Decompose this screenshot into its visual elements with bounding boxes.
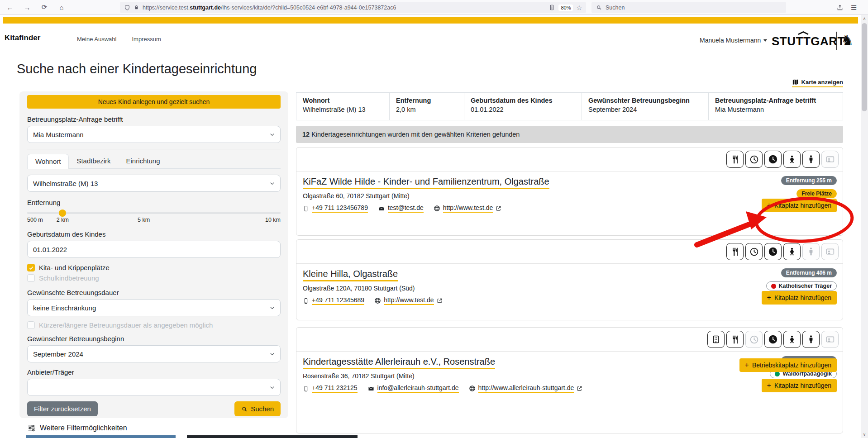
start-label: Gewünschter Betreuungsbeginn bbox=[27, 335, 281, 343]
reset-filters-button[interactable]: Filter zurücksetzen bbox=[27, 401, 98, 416]
reader-mode-icon[interactable] bbox=[548, 4, 555, 11]
provider-badge-label: Katholischer Träger bbox=[779, 283, 832, 289]
more-filters-link[interactable]: Weitere Filtermöglichkeiten bbox=[27, 424, 127, 433]
free-places-badge: Freie Plätze bbox=[796, 189, 837, 198]
home-button[interactable]: ⌂ bbox=[56, 2, 67, 13]
url-bar[interactable]: https://service.test.stuttgart.de/lhs-se… bbox=[120, 2, 586, 13]
person-icon-button[interactable] bbox=[802, 151, 820, 168]
website-link[interactable]: http://www.allerleirauh-stuttgart.de bbox=[469, 384, 583, 393]
hamburger-menu-icon[interactable]: ☰ bbox=[851, 4, 857, 12]
scrollbar[interactable]: ∧ ∨ bbox=[861, 15, 868, 438]
chevron-down-icon bbox=[269, 131, 276, 138]
lock-icon[interactable] bbox=[134, 5, 139, 10]
add-kitaplatz-button[interactable]: + Kitaplatz hinzufügen bbox=[762, 291, 837, 305]
request-select[interactable]: Mia Mustermann bbox=[27, 126, 281, 143]
duration-select[interactable]: keine Einschränkung bbox=[27, 299, 281, 316]
nav-item-meine-auswahl[interactable]: Meine Auswahl bbox=[77, 36, 116, 43]
back-button[interactable]: ← bbox=[5, 2, 15, 13]
shield-icon[interactable] bbox=[124, 5, 130, 11]
forward-button[interactable]: → bbox=[22, 2, 33, 13]
tab-stadtbezirk[interactable]: Stadtbezirk bbox=[69, 154, 118, 168]
phone-link[interactable]: +49 711 12345689 bbox=[303, 296, 364, 305]
reload-button[interactable]: ⟳ bbox=[39, 2, 50, 13]
external-link-icon bbox=[577, 386, 582, 391]
clock-outline-icon-button[interactable] bbox=[745, 151, 763, 168]
card-icon-bar bbox=[296, 148, 843, 171]
address-select[interactable]: Wilhelmstraße (M) 13 bbox=[27, 175, 281, 192]
start-select[interactable]: September 2024 bbox=[27, 345, 281, 362]
website-link[interactable]: http://www.test.de bbox=[374, 296, 443, 305]
email-text: test@test.de bbox=[388, 204, 424, 213]
presentation-screen-icon-button bbox=[821, 243, 839, 260]
nav-item-impressum[interactable]: Impressum bbox=[132, 36, 161, 43]
distance-label: Entfernung bbox=[27, 199, 281, 206]
phone-link[interactable]: +49 711 232125 bbox=[303, 384, 358, 393]
building-icon-button[interactable] bbox=[707, 331, 725, 348]
address-select-value: Wilhelmstraße (M) 13 bbox=[33, 180, 98, 187]
email-link[interactable]: test@test.de bbox=[378, 204, 424, 213]
card-contacts: +49 711 123456789 test@test.de http://ww… bbox=[303, 204, 836, 213]
url-text[interactable]: https://service.test.stuttgart.de/lhs-se… bbox=[143, 5, 396, 11]
user-menu[interactable]: Manuela Mustermann bbox=[700, 37, 767, 44]
url-path: /lhs-services/kita/de/?child=505c0524-e6… bbox=[221, 5, 396, 11]
karte-anzeigen-link[interactable]: Karte anzeigen bbox=[792, 79, 843, 87]
clock-filled-icon-button[interactable] bbox=[764, 243, 782, 260]
person-icon-button[interactable] bbox=[802, 331, 820, 348]
slider-handle[interactable] bbox=[59, 209, 66, 217]
new-child-button[interactable]: Neues Kind anlegen und gezielt suchen bbox=[27, 95, 281, 109]
presentation-screen-icon-button bbox=[821, 151, 839, 168]
tab-einrichtung[interactable]: Einrichtung bbox=[118, 154, 167, 168]
mobile-phone-icon bbox=[303, 205, 309, 212]
zoom-level-badge[interactable]: 80% bbox=[558, 5, 573, 11]
card-title[interactable]: KiFaZ Wilde Hilde - Kinder- und Familien… bbox=[303, 176, 549, 189]
checkbox-kita[interactable] bbox=[27, 264, 35, 271]
footer-bar-dark bbox=[187, 435, 358, 438]
browser-search-field[interactable]: Suchen bbox=[591, 2, 786, 13]
meals-icon-button[interactable] bbox=[726, 243, 744, 260]
birthdate-input[interactable]: 01.01.2022 bbox=[27, 241, 281, 258]
website-link[interactable]: http://www.test.de bbox=[434, 204, 502, 213]
distance-badge: Entfernung 255 m bbox=[781, 176, 837, 185]
slider-ticks: 500 m 2 km 5 km 10 km bbox=[27, 217, 281, 224]
provider-select[interactable] bbox=[27, 379, 281, 396]
toddler-icon-button[interactable] bbox=[783, 331, 801, 348]
card-actions: + Betriebskitaplatz hinzufügen + Kitapla… bbox=[739, 358, 837, 392]
add-kitaplatz-button[interactable]: + Kitaplatz hinzufügen bbox=[762, 199, 837, 212]
email-link[interactable]: info@allerleirauh-stuttgart.de bbox=[367, 384, 459, 393]
clock-outline-icon-button[interactable] bbox=[745, 243, 763, 260]
checkbox-row-kita[interactable]: Kita- und Krippenplätze bbox=[27, 264, 281, 271]
scroll-up-icon[interactable]: ∧ bbox=[861, 16, 868, 21]
logo-roof-icon bbox=[797, 31, 809, 35]
tab-wohnort[interactable]: Wohnort bbox=[27, 154, 69, 169]
coat-of-arms-horse-icon: ♞ bbox=[841, 32, 854, 49]
clock-filled-icon-button[interactable] bbox=[764, 331, 782, 348]
toddler-icon-button[interactable] bbox=[783, 243, 801, 260]
toddler-icon-button[interactable] bbox=[783, 151, 801, 168]
results-count-text: Kindertageseinrichtungen wurden mit den … bbox=[311, 131, 520, 138]
card-address: Olgastraße 60, 70182 Stuttgart (Mitte) bbox=[303, 192, 836, 200]
scrollbar-thumb[interactable] bbox=[862, 23, 867, 111]
add-betriebskitaplatz-button[interactable]: + Betriebskitaplatz hinzufügen bbox=[739, 358, 837, 372]
clock-outline-icon-button bbox=[745, 331, 763, 348]
distance-slider[interactable] bbox=[27, 212, 281, 214]
chevron-down-icon bbox=[269, 305, 276, 311]
clock-filled-icon-button[interactable] bbox=[764, 151, 782, 168]
summary-cell-betreuungsbeginn: Gewünschter Betreuungsbeginn September 2… bbox=[582, 93, 709, 120]
globe-icon bbox=[434, 205, 440, 212]
card-title[interactable]: Kleine Hilla, Olgastraße bbox=[303, 269, 398, 281]
add-kitaplatz-button[interactable]: + Kitaplatz hinzufügen bbox=[762, 379, 837, 392]
search-button[interactable]: Suchen bbox=[234, 401, 281, 416]
url-scheme: https://service.test. bbox=[143, 5, 190, 11]
url-domain: stuttgart.de bbox=[190, 5, 221, 11]
card-actions: + Kitaplatz hinzufügen bbox=[762, 199, 837, 212]
card-title[interactable]: Kindertagesstätte Allerleirauh e.V., Ros… bbox=[303, 357, 495, 369]
card-address: Olgastraße 120A, 70180 Stuttgart (Süd) bbox=[303, 285, 836, 292]
brand-title[interactable]: Kitafinder bbox=[5, 33, 40, 43]
bookmark-star-icon[interactable]: ☆ bbox=[576, 4, 582, 11]
meals-icon-button[interactable] bbox=[726, 151, 744, 168]
phone-link[interactable]: +49 711 123456789 bbox=[303, 204, 368, 213]
share-icon[interactable] bbox=[836, 4, 844, 11]
scroll-down-icon[interactable]: ∨ bbox=[861, 432, 868, 437]
card-icon-bar bbox=[296, 328, 843, 352]
meals-icon-button[interactable] bbox=[726, 331, 744, 348]
